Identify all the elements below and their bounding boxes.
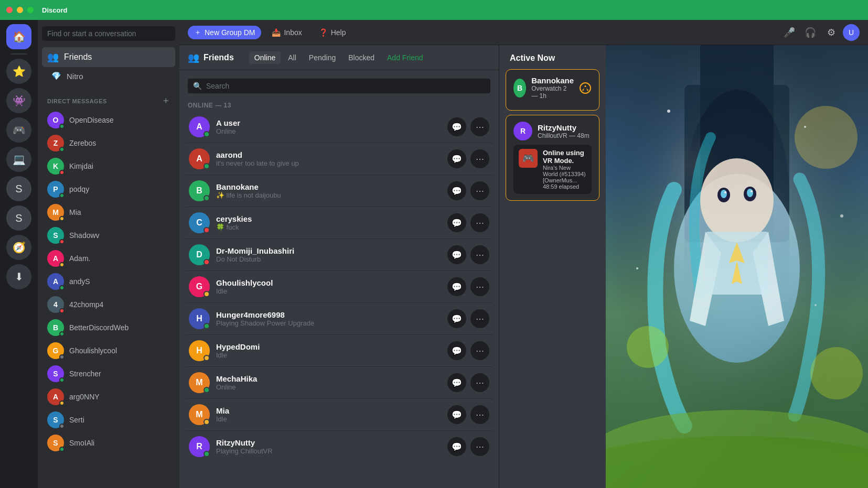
server-icon-2[interactable]: 🎮 (6, 117, 31, 143)
friend-info: HypedDomi Idle (216, 342, 441, 359)
friend-more-button[interactable]: ⋯ (470, 309, 489, 328)
dm-avatar-wrap: S (47, 227, 64, 244)
svg-point-23 (815, 304, 817, 306)
friend-more-button[interactable]: ⋯ (470, 181, 489, 200)
dm-item[interactable]: K Kimjdai (42, 155, 175, 178)
user-avatar-header[interactable]: U (843, 24, 860, 41)
friend-list-item[interactable]: D Dr-Momiji_Inubashiri Do Not Disturb 💬 … (184, 238, 495, 270)
friend-actions: 💬 ⋯ (447, 149, 489, 168)
friend-more-button[interactable]: ⋯ (470, 437, 489, 456)
game-detail: Nira's New World (#513394) [OwnerMus... (543, 165, 586, 183)
add-friend-tab[interactable]: Add Friend (382, 51, 428, 64)
inbox-button[interactable]: 📥 Inbox (265, 26, 308, 39)
friend-message-button[interactable]: 💬 (447, 405, 466, 424)
dm-avatar-wrap: S (47, 411, 64, 428)
dm-item[interactable]: A andyS (42, 270, 175, 293)
starred-icon[interactable]: ⭐ (6, 59, 31, 84)
server-icon-3[interactable]: 💻 (6, 147, 31, 172)
tab-all[interactable]: All (283, 51, 302, 64)
dm-avatar-wrap: P (47, 181, 64, 198)
server-icon-5[interactable]: S (6, 205, 31, 231)
home-icon[interactable]: 🏠 (6, 24, 31, 49)
close-button[interactable] (6, 7, 13, 13)
friend-list-item[interactable]: B Bannokane ✨ life is not daijoubu 💬 ⋯ (184, 175, 495, 207)
server-icon-4[interactable]: S (6, 176, 31, 201)
server-icon-1[interactable]: 👾 (6, 88, 31, 113)
friend-message-button[interactable]: 💬 (447, 373, 466, 392)
friend-list-item[interactable]: A aarond it's never too late to give up … (184, 143, 495, 175)
dm-item[interactable]: A arg0NNY (42, 385, 175, 408)
explore-icon[interactable]: 🧭 (6, 235, 31, 260)
friend-status-text: Playing ChilloutVR (216, 447, 441, 455)
headphones-icon[interactable]: 🎧 (801, 23, 820, 42)
friend-message-button[interactable]: 💬 (447, 245, 466, 264)
maximize-button[interactable] (27, 7, 34, 13)
friend-list-item[interactable]: R RitzyNutty Playing ChilloutVR 💬 ⋯ (184, 430, 495, 462)
friend-list-item[interactable]: H Hunger4more6998 Playing Shadow Power U… (184, 302, 495, 334)
new-group-dm-button[interactable]: ＋ New Group DM (188, 26, 261, 39)
dm-item[interactable]: O OpenDisease (42, 109, 175, 132)
dm-item[interactable]: S SmoIAli (42, 431, 175, 454)
dm-name: SmoIAli (69, 439, 94, 447)
friend-list-item[interactable]: M MechaHika Online 💬 ⋯ (184, 366, 495, 398)
download-icon[interactable]: ⬇ (6, 264, 31, 289)
friend-more-button[interactable]: ⋯ (470, 405, 489, 424)
dm-item[interactable]: A Adam. (42, 247, 175, 270)
friend-list-item[interactable]: C ceryskies 🍀 fuck 💬 ⋯ (184, 207, 495, 238)
svg-point-15 (606, 436, 868, 488)
dm-item[interactable]: M Mia (42, 201, 175, 224)
friend-more-button[interactable]: ⋯ (470, 277, 489, 296)
friend-message-button[interactable]: 💬 (447, 437, 466, 456)
help-button[interactable]: ❓ Help (313, 26, 352, 39)
tab-blocked[interactable]: Blocked (343, 51, 380, 64)
dm-name: podqy (69, 185, 89, 193)
friend-more-button[interactable]: ⋯ (470, 213, 489, 232)
friend-message-button[interactable]: 💬 (447, 277, 466, 296)
tab-pending[interactable]: Pending (304, 51, 341, 64)
artwork-background (606, 45, 868, 488)
svg-point-21 (840, 214, 843, 218)
help-label: Help (331, 28, 346, 37)
mute-icon[interactable]: 🎤 (780, 23, 799, 42)
friend-more-button[interactable]: ⋯ (470, 117, 489, 136)
active-card-bannokane[interactable]: B Bannokane Overwatch 2 — 1h (506, 69, 599, 111)
friend-list-item[interactable]: A A user Online 💬 ⋯ (184, 111, 495, 143)
friends-nav-button[interactable]: 👥 Friends (42, 47, 175, 67)
settings-icon[interactable]: ⚙ (822, 23, 841, 42)
friend-list-item[interactable]: G Ghoulishlycool Idle 💬 ⋯ (184, 270, 495, 302)
friend-message-button[interactable]: 💬 (447, 213, 466, 232)
friend-more-button[interactable]: ⋯ (470, 149, 489, 168)
friend-more-button[interactable]: ⋯ (470, 341, 489, 360)
friend-search-input[interactable] (206, 82, 485, 90)
add-dm-icon[interactable]: ＋ (162, 95, 170, 106)
friend-message-button[interactable]: 💬 (447, 341, 466, 360)
dm-item[interactable]: S Shadowv (42, 224, 175, 247)
dm-item[interactable]: 4 42chomp4 (42, 293, 175, 316)
dm-item[interactable]: G Ghoulishlycool (42, 339, 175, 362)
friend-message-button[interactable]: 💬 (447, 117, 466, 136)
friend-avatar-wrap: R (189, 436, 210, 457)
friend-message-button[interactable]: 💬 (447, 181, 466, 200)
dm-name: Strencher (69, 370, 101, 378)
dm-name: OpenDisease (69, 116, 114, 124)
friend-list-item[interactable]: M Mia Idle 💬 ⋯ (184, 398, 495, 430)
dm-item[interactable]: S Strencher (42, 362, 175, 385)
online-count: Online — 13 (179, 97, 499, 111)
friend-message-button[interactable]: 💬 (447, 149, 466, 168)
dm-item[interactable]: P podqy (42, 178, 175, 201)
tab-online[interactable]: Online (249, 51, 281, 64)
friend-message-button[interactable]: 💬 (447, 309, 466, 328)
dm-item[interactable]: B BetterDiscordWeb (42, 316, 175, 339)
dm-item[interactable]: Z Zerebos (42, 132, 175, 155)
find-conversation-input[interactable] (42, 26, 175, 41)
friend-more-button[interactable]: ⋯ (470, 245, 489, 264)
active-card-ritzynutty[interactable]: R RitzyNutty ChilloutVR — 48m 🎮 Online u… (506, 115, 599, 201)
friend-more-button[interactable]: ⋯ (470, 373, 489, 392)
nitro-nav-button[interactable]: 💎 Nitro (42, 67, 175, 85)
dm-item[interactable]: S Serti (42, 408, 175, 431)
friend-name: RitzyNutty (216, 438, 441, 447)
dm-status (59, 400, 65, 406)
friend-list-item[interactable]: H HypedDomi Idle 💬 ⋯ (184, 334, 495, 366)
minimize-button[interactable] (17, 7, 23, 13)
friends-area: 👥 Friends Online All Pending Blocked (179, 45, 868, 488)
